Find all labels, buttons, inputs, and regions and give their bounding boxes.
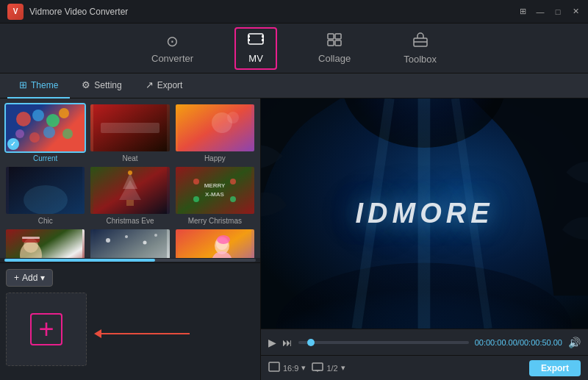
svg-point-12 <box>32 110 44 121</box>
svg-point-34 <box>193 179 199 184</box>
svg-rect-2 <box>262 35 264 37</box>
svg-point-30 <box>128 171 132 175</box>
theme-img-stripes <box>176 229 254 258</box>
media-slot-1[interactable]: + <box>6 293 87 366</box>
window-menu-btn[interactable]: ⊞ <box>517 7 528 17</box>
svg-rect-62 <box>269 362 279 371</box>
red-arrow <box>94 329 190 338</box>
tab-collage[interactable]: Collage <box>306 29 362 68</box>
arrow-head <box>94 329 101 338</box>
svg-rect-5 <box>328 34 334 39</box>
svg-rect-7 <box>328 40 334 46</box>
theme-item-santa[interactable]: Santa Claus <box>4 228 86 258</box>
theme-item-current[interactable]: ✓ Current <box>4 103 86 162</box>
theme-item-snowy[interactable]: Snowy Night <box>89 228 171 258</box>
scrollbar-track <box>4 259 256 262</box>
svg-rect-51 <box>178 229 251 258</box>
time-total: 00:00:50.00 <box>520 338 562 347</box>
theme-thumb-happy <box>174 103 256 153</box>
export-icon: ↗ <box>146 79 154 90</box>
setting-label: Setting <box>94 80 121 90</box>
nav-tabs: ⊙ Converter MV Collage <box>0 24 588 74</box>
theme-name-neat: Neat <box>122 154 137 162</box>
converter-icon: ⊙ <box>166 32 179 50</box>
svg-rect-38 <box>9 229 82 258</box>
screen-icon <box>312 362 323 374</box>
theme-item-happy[interactable]: Happy <box>174 103 256 162</box>
toolbox-icon <box>412 32 429 51</box>
progress-bar[interactable] <box>298 341 469 344</box>
svg-rect-1 <box>248 35 250 37</box>
theme-name-current: Current <box>33 154 57 162</box>
theme-item-stripes[interactable]: Stripes & Waves <box>174 228 256 258</box>
add-dropdown-icon: ▾ <box>40 273 45 283</box>
add-icon: + <box>14 273 19 283</box>
tab-converter[interactable]: ⊙ Converter <box>140 28 205 68</box>
sub-tabs: ⊞ Theme ⚙ Setting ↗ Export <box>0 74 588 98</box>
mv-label: MV <box>248 53 263 64</box>
title-bar-controls: ⊞ — □ ✕ <box>517 7 581 17</box>
theme-thumb-santa <box>4 228 86 258</box>
svg-point-14 <box>59 108 69 118</box>
svg-point-11 <box>16 112 31 126</box>
export-label: Export <box>157 80 183 90</box>
theme-item-neat[interactable]: Neat <box>89 103 171 162</box>
screen-selector[interactable]: 1/2 ▾ <box>312 362 345 374</box>
check-badge-current: ✓ <box>7 138 19 150</box>
add-button[interactable]: + Add ▾ <box>6 269 53 287</box>
theme-name-chic: Chic <box>38 217 53 225</box>
ratio-chevron: ▾ <box>301 363 306 373</box>
title-bar: V Vidmore Video Converter ⊞ — □ ✕ <box>0 0 588 24</box>
svg-point-16 <box>29 132 40 143</box>
aspect-ratio-selector[interactable]: 16:9 ▾ <box>268 362 306 374</box>
next-button[interactable]: ⏭ <box>282 337 293 348</box>
subtab-theme[interactable]: ⊞ Theme <box>7 74 70 98</box>
play-button[interactable]: ▶ <box>268 337 276 348</box>
theme-item-merry-christmas[interactable]: MERRY X-MAS Merry Christmas <box>174 165 256 225</box>
svg-rect-0 <box>248 34 263 44</box>
window-maximize-btn[interactable]: □ <box>553 7 563 17</box>
svg-rect-8 <box>335 40 341 46</box>
subtab-setting[interactable]: ⚙ Setting <box>70 74 133 98</box>
theme-name-christmas-eve: Christmas Eve <box>106 217 154 225</box>
svg-point-46 <box>143 241 146 245</box>
svg-rect-20 <box>101 123 159 133</box>
left-panel: ✓ Current Neat <box>0 98 261 380</box>
theme-thumb-snowy <box>89 228 171 258</box>
media-placeholder-area: + <box>6 293 254 374</box>
theme-name-happy: Happy <box>204 154 226 162</box>
svg-point-35 <box>230 179 236 184</box>
svg-rect-29 <box>126 200 134 206</box>
volume-button[interactable]: 🔊 <box>568 337 581 348</box>
mv-icon <box>248 33 264 50</box>
theme-item-chic[interactable]: Chic <box>4 165 86 225</box>
arrow-line <box>101 333 190 334</box>
window-minimize-btn[interactable]: — <box>535 7 545 17</box>
progress-thumb <box>307 339 315 346</box>
export-button[interactable]: Export <box>529 360 581 376</box>
screen-chevron: ▾ <box>341 363 345 373</box>
toolbox-label: Toolbox <box>404 54 437 65</box>
window-close-btn[interactable]: ✕ <box>570 7 581 17</box>
bottom-controls: 16:9 ▾ 1/2 ▾ Export <box>261 355 588 380</box>
theme-thumb-stripes <box>174 228 256 258</box>
add-media-icon: + <box>30 313 62 345</box>
theme-img-christmas-eve <box>90 167 169 214</box>
add-bar: + Add ▾ <box>6 269 254 287</box>
player-controls: ▶ ⏭ 00:00:00.00/00:00:50.00 🔊 <box>261 329 588 355</box>
theme-thumb-current: ✓ <box>4 103 86 153</box>
subtab-export[interactable]: ↗ Export <box>134 74 195 98</box>
theme-item-christmas-eve[interactable]: Christmas Eve <box>89 165 171 225</box>
tab-mv[interactable]: MV <box>234 27 277 70</box>
collage-icon <box>327 33 342 50</box>
theme-img-chic <box>6 167 85 214</box>
theme-icon: ⊞ <box>19 79 27 90</box>
svg-point-25 <box>24 185 68 214</box>
svg-rect-42 <box>22 237 40 239</box>
tab-toolbox[interactable]: Toolbox <box>392 28 448 69</box>
setting-icon: ⚙ <box>82 79 90 90</box>
svg-point-47 <box>154 234 157 237</box>
svg-point-18 <box>62 129 73 139</box>
svg-text:MERRY: MERRY <box>204 182 226 189</box>
converter-label: Converter <box>151 53 193 64</box>
